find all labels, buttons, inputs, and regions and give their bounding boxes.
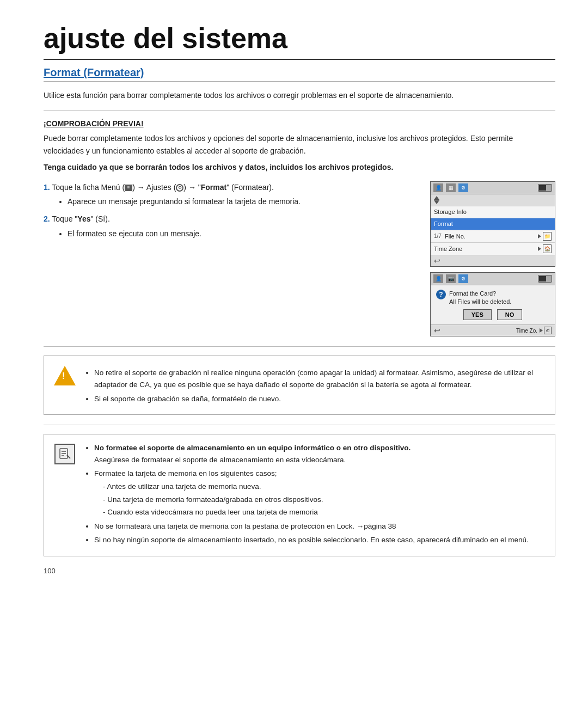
screen-mockup-area: 👤 ▦ ⚙ Storage Info For [430, 181, 555, 337]
battery-icon [538, 184, 552, 192]
storage-info-label: Storage Info [434, 209, 552, 215]
dialog-text: Format the Card?All Files will be delete… [449, 290, 511, 307]
note-sub-3: Cuando esta videocámara no pueda leer un… [103, 506, 529, 518]
format-row[interactable]: Format [431, 218, 555, 230]
row-right-fileno: 📁 [538, 232, 552, 241]
menu-screen: 👤 ▦ ⚙ Storage Info For [430, 181, 555, 267]
format-label: Format [434, 220, 552, 227]
note-item-4: Si no hay ningún soporte de almacenamien… [94, 534, 529, 546]
dialog-icons: 👤 📷 ⚙ [433, 274, 468, 283]
intro-text: Utilice esta función para borrar complet… [44, 89, 555, 101]
page-number: 100 [44, 567, 56, 575]
dialog-person-icon: 👤 [433, 274, 443, 283]
back-arrow-icon[interactable]: ↩ [434, 256, 440, 265]
dialog-settings-icon: ⚙ [458, 274, 468, 283]
file-icon: 📁 [543, 232, 552, 241]
time-zone-row[interactable]: Time Zone 🏠 [431, 243, 555, 255]
steps-left: 1. Toque la ficha Menú (≡) → Ajustes (⚙)… [44, 181, 419, 246]
nav-down-arrow[interactable] [434, 200, 439, 204]
warning-item-1: No retire el soporte de grabación ni rea… [94, 367, 546, 390]
warning-item-2: Si el soporte de grabación se daña, form… [94, 393, 546, 405]
step-1: 1. Toque la ficha Menú (≡) → Ajustes (⚙)… [44, 181, 419, 208]
step-1-text: Toque la ficha Menú (≡) → Ajustes (⚙) → … [52, 183, 274, 192]
no-button[interactable]: NO [497, 309, 523, 320]
dialog-battery-icon [538, 275, 552, 283]
step-1-sub-1: Aparece un mensaje preguntando si format… [68, 195, 419, 207]
note-item-bold: No formatee el soporte de almacenamiento… [94, 442, 529, 465]
time-zone-label: Time Zone [434, 246, 538, 252]
note-sub-2: Una tarjeta de memoria formateada/grabad… [103, 494, 529, 506]
storage-info-row[interactable]: Storage Info [431, 206, 555, 218]
screen-bottom-row: ↩ [431, 255, 555, 266]
note-item-3: No se formateará una tarjeta de memoria … [94, 520, 529, 532]
warning-text: No retire el soporte de grabación ni rea… [84, 364, 546, 407]
step-2-num: 2. [44, 215, 50, 223]
note-icon [53, 442, 77, 466]
dialog-bottom-label: Time Zo. [516, 328, 537, 334]
page-title: ajuste del sistema [44, 22, 555, 60]
dialog-top-bar: 👤 📷 ⚙ [431, 273, 555, 285]
dialog-bottom-icon: ⏱ [544, 327, 552, 334]
home-icon: 🏠 [543, 244, 552, 253]
dialog-back-icon[interactable]: ↩ [434, 326, 440, 335]
note-text: No formatee el soporte de almacenamiento… [84, 442, 529, 548]
note-sub-1: Antes de utilizar una tarjeta de memoria… [103, 481, 529, 493]
settings-icon: ⚙ [458, 183, 468, 192]
section-heading: Format (Formatear) [44, 66, 555, 82]
menu-icon: ▦ [446, 183, 456, 192]
dialog-question-row: ? Format the Card?All Files will be dele… [436, 290, 549, 307]
tri-right-tz-icon [538, 247, 541, 251]
warning-section: No retire el soporte de grabación ni rea… [44, 356, 555, 415]
person-icon: 👤 [433, 183, 443, 192]
dialog-bottom-row: ↩ Time Zo. ⏱ [431, 324, 555, 336]
warning-icon [53, 364, 77, 388]
dialog-buttons: YES NO [436, 309, 549, 320]
question-mark-icon: ? [436, 290, 446, 299]
nav-up-arrow[interactable] [434, 196, 439, 200]
file-no-label: File No. [445, 233, 538, 240]
tri-right-icon [538, 234, 541, 238]
dialog-tri-icon [540, 328, 543, 333]
comprobacion-bold: Tenga cuidado ya que se borrarán todos l… [44, 161, 555, 173]
step-1-num: 1. [44, 183, 50, 192]
nav-row [431, 194, 555, 206]
screen-top-bar: 👤 ▦ ⚙ [431, 182, 555, 194]
row-right-timezone: 🏠 [538, 244, 552, 253]
warning-triangle [54, 366, 76, 385]
step-2-sub-1: El formateo se ejecuta con un mensaje. [68, 228, 419, 240]
note-section: No formatee el soporte de almacenamiento… [44, 434, 555, 556]
note-svg-icon [58, 448, 71, 461]
format-dialog: 👤 📷 ⚙ ? Format the Card?All Files will b… [430, 272, 555, 337]
step-2-text: Toque "Yes" (Sí). [52, 215, 109, 223]
yes-button[interactable]: YES [463, 309, 492, 320]
comprobacion-text: Puede borrar completamente todos los arc… [44, 132, 555, 157]
note-item-2: Formatee la tarjeta de memoria en los si… [94, 468, 529, 518]
dialog-cam-icon: 📷 [446, 274, 456, 283]
note-icon-box [54, 444, 75, 464]
page-indicator: 1/7 [434, 233, 442, 239]
nav-arrows[interactable] [434, 196, 439, 204]
step-2: 2. Toque "Yes" (Sí). El formateo se ejec… [44, 213, 419, 240]
screen-icons: 👤 ▦ ⚙ [433, 183, 468, 192]
page-number-container: 100 [44, 566, 555, 575]
file-no-row[interactable]: 1/7 File No. 📁 [431, 230, 555, 243]
comprobacion-heading: ¡COMPROBACIÓN PREVIA! [44, 119, 555, 128]
steps-container: 1. Toque la ficha Menú (≡) → Ajustes (⚙)… [44, 181, 555, 337]
dialog-body: ? Format the Card?All Files will be dele… [431, 285, 555, 325]
